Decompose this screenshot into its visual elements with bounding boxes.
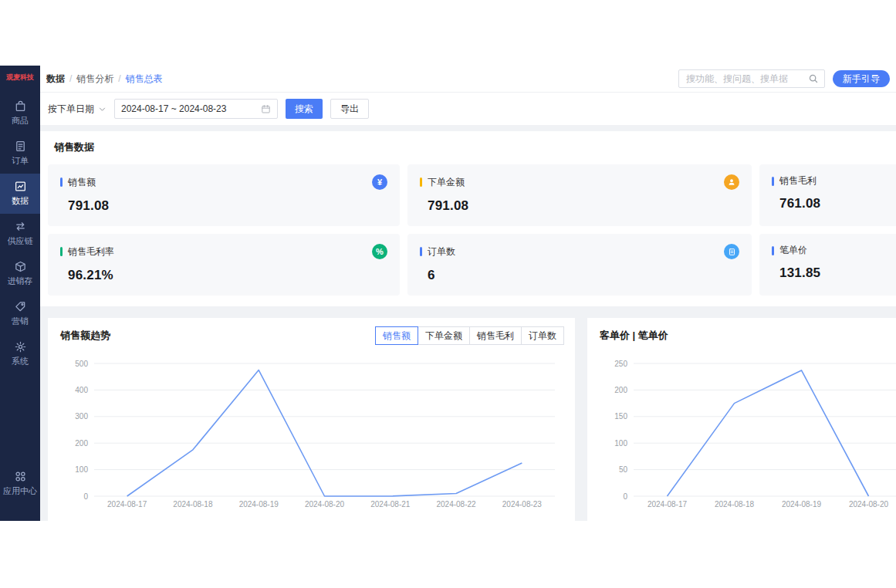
svg-text:150: 150 (614, 412, 627, 421)
kpi-label: 销售毛利 (779, 174, 817, 188)
kpi-card-order-amount: 下单金额 791.08 (407, 164, 752, 226)
sidebar-item-system[interactable]: 系统 (0, 334, 40, 374)
sidebar-item-label: 应用中心 (3, 485, 37, 497)
svg-text:2024-08-23: 2024-08-23 (502, 500, 543, 509)
card-accent-bar (60, 177, 63, 187)
svg-text:2024-08-18: 2024-08-18 (173, 500, 213, 509)
svg-text:200: 200 (75, 439, 88, 448)
svg-text:200: 200 (614, 386, 627, 394)
sidebar-item-marketing[interactable]: 营销 (0, 294, 40, 334)
app-center-grid-icon (14, 470, 27, 483)
system-gear-icon (14, 340, 27, 353)
line-chart-svg: 01002003004005002024-08-172024-08-182024… (57, 352, 566, 512)
breadcrumb-item-data[interactable]: 数据 (46, 73, 65, 86)
kpi-value: 96.21% (68, 268, 387, 283)
svg-text:300: 300 (75, 412, 88, 421)
card-accent-bar (420, 177, 422, 187)
svg-text:100: 100 (75, 465, 88, 474)
sidebar-item-goods[interactable]: 商品 (0, 93, 40, 133)
sales-data-section: 销售数据 销售额 ¥ 791.08 下单金额 (40, 131, 896, 306)
sales-trend-panel: 销售额趋势 销售额 下单金额 销售毛利 订单数 0100200300400500… (48, 318, 575, 521)
kpi-card-grid: 销售额 ¥ 791.08 下单金额 791.08 (48, 164, 896, 296)
page-root: { "app": { "logo_text": "观麦科技" }, "sideb… (0, 0, 896, 588)
breadcrumb-item-sales-analysis[interactable]: 销售分析 (76, 73, 113, 86)
svg-text:2024-08-19: 2024-08-19 (239, 500, 279, 509)
export-button[interactable]: 导出 (330, 99, 369, 119)
sidebar-item-label: 系统 (12, 356, 29, 367)
topbar: 数据 / 销售分析 / 销售总表 新手引导 (40, 66, 896, 93)
card-accent-bar (772, 246, 774, 255)
sales-trend-title: 销售额趋势 (60, 329, 110, 343)
unit-price-panel: 客单价 | 笔单价 0501001502002502024-08-172024-… (587, 318, 896, 521)
card-accent-bar (60, 247, 63, 256)
svg-text:2024-08-17: 2024-08-17 (647, 500, 688, 509)
date-type-label: 按下单日期 (48, 103, 94, 116)
tab-order-amount[interactable]: 下单金额 (418, 326, 470, 345)
brand-logo: 观麦科技 (5, 66, 36, 90)
date-range-value: 2024-08-17 ~ 2024-08-23 (121, 103, 226, 114)
inventory-cube-icon (14, 260, 27, 273)
search-button[interactable]: 搜索 (286, 99, 323, 119)
svg-text:2024-08-19: 2024-08-19 (782, 500, 822, 509)
beginner-guide-button[interactable]: 新手引导 (833, 70, 890, 87)
kpi-value: 6 (428, 268, 739, 283)
line-chart-icon (14, 180, 27, 193)
percent-icon: % (372, 244, 387, 259)
supply-chain-icon (14, 220, 27, 233)
search-icon[interactable] (808, 73, 819, 84)
main-area: 数据 / 销售分析 / 销售总表 新手引导 按下单日期 2024-08-17 ~… (40, 66, 896, 521)
order-document-icon (14, 140, 27, 153)
card-accent-bar (420, 247, 422, 256)
sidebar-item-label: 供应链 (8, 235, 33, 247)
sidebar-item-label: 商品 (12, 115, 29, 127)
chevron-down-icon (98, 105, 107, 113)
chart-panels: 销售额趋势 销售额 下单金额 销售毛利 订单数 0100200300400500… (48, 318, 896, 521)
sidebar-item-supply-chain[interactable]: 供应链 (0, 214, 40, 254)
kpi-card-sales-amount: 销售额 ¥ 791.08 (48, 164, 400, 226)
sidebar-nav: 商品 订单 数据 供应链 进销存 营销 (0, 93, 40, 374)
kpi-value: 131.85 (779, 265, 896, 281)
user-icon (724, 174, 739, 190)
svg-text:500: 500 (75, 360, 88, 368)
svg-text:250: 250 (614, 360, 627, 368)
sidebar-item-inventory[interactable]: 进销存 (0, 254, 40, 294)
kpi-label: 下单金额 (428, 176, 465, 189)
order-list-icon (724, 244, 739, 259)
svg-text:2024-08-20: 2024-08-20 (849, 500, 889, 509)
tab-gross-profit[interactable]: 销售毛利 (469, 326, 522, 345)
global-search-input[interactable] (685, 73, 808, 85)
kpi-card-order-count: 订单数 6 (407, 234, 752, 296)
kpi-value: 791.08 (428, 198, 739, 214)
tab-order-count[interactable]: 订单数 (521, 326, 564, 345)
sales-trend-chart: 01002003004005002024-08-172024-08-182024… (57, 352, 566, 512)
kpi-label: 销售毛利率 (68, 245, 114, 259)
svg-text:2024-08-21: 2024-08-21 (370, 500, 411, 509)
breadcrumb: 数据 / 销售分析 / 销售总表 (46, 73, 163, 86)
svg-text:0: 0 (83, 492, 88, 501)
svg-text:0: 0 (623, 492, 627, 501)
app-window: 观麦科技 商品 订单 数据 供应链 进销存 (0, 66, 896, 521)
global-search-box (678, 69, 825, 88)
sidebar-item-app-center[interactable]: 应用中心 (0, 464, 40, 504)
sidebar: 观麦科技 商品 订单 数据 供应链 进销存 (0, 66, 40, 521)
breadcrumb-separator: / (118, 73, 120, 84)
trend-metric-tabs: 销售额 下单金额 销售毛利 订单数 (376, 326, 564, 345)
calendar-icon (261, 104, 271, 114)
sidebar-item-orders[interactable]: 订单 (0, 133, 40, 174)
svg-text:2024-08-17: 2024-08-17 (107, 500, 147, 509)
unit-price-title: 客单价 | 笔单价 (600, 329, 668, 343)
kpi-value: 761.08 (779, 196, 896, 211)
section-title: 销售数据 (54, 140, 896, 154)
kpi-card-avg-order-value: 笔单价 131.85 (759, 234, 896, 296)
sidebar-item-data[interactable]: 数据 (0, 174, 40, 214)
filter-bar: 按下单日期 2024-08-17 ~ 2024-08-23 搜索 导出 (40, 93, 896, 125)
tab-sales-amount[interactable]: 销售额 (375, 326, 418, 345)
card-accent-bar (772, 177, 774, 186)
date-type-dropdown[interactable]: 按下单日期 (48, 103, 107, 116)
sidebar-item-label: 订单 (12, 155, 29, 167)
kpi-value: 791.08 (68, 198, 387, 214)
date-range-input[interactable]: 2024-08-17 ~ 2024-08-23 (114, 99, 278, 119)
breadcrumb-item-sales-summary: 销售总表 (126, 73, 163, 86)
svg-text:50: 50 (619, 465, 628, 474)
svg-text:2024-08-20: 2024-08-20 (305, 500, 345, 509)
